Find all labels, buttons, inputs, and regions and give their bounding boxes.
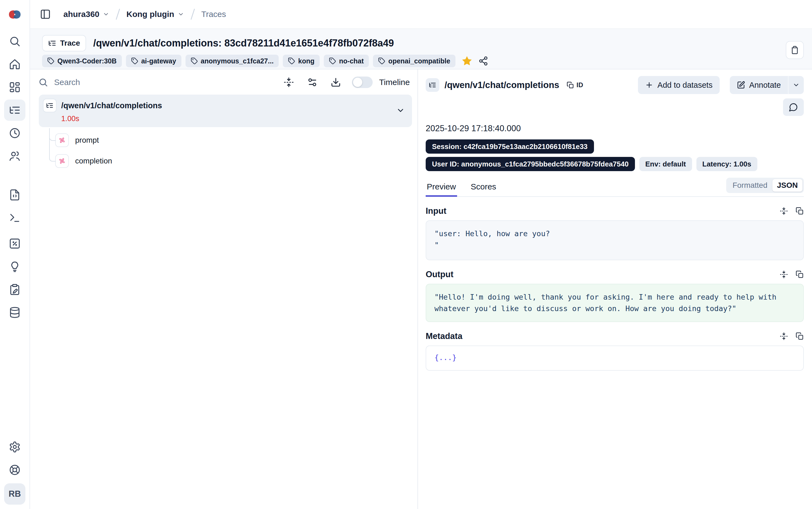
sidebar-item-dashboards[interactable] <box>4 76 26 98</box>
copy-section-button[interactable] <box>796 270 804 278</box>
generation-badge <box>55 154 69 168</box>
tree-node-label: prompt <box>75 136 99 145</box>
input-section-header: Input <box>426 206 804 216</box>
tag-chip[interactable]: no-chat <box>324 55 369 67</box>
tag-chip[interactable]: kong <box>283 55 320 67</box>
detail-header: /qwen/v1/chat/completions ID Add to data… <box>426 76 804 94</box>
tag-chip[interactable]: anonymous_c1fca27... <box>186 55 279 67</box>
pinwheel-icon <box>58 157 66 165</box>
copy-id-button[interactable]: ID <box>567 81 583 89</box>
sidebar-item-home[interactable] <box>4 54 26 75</box>
output-section-header: Output <box>426 270 804 279</box>
copy-icon <box>796 207 804 215</box>
sidebar-item-evaluators[interactable] <box>4 256 26 277</box>
fold-vertical-icon <box>780 270 788 278</box>
sidebar-item-playground[interactable] <box>4 207 26 229</box>
tags-row: Qwen3-Coder:30B ai-gateway anonymous_c1f… <box>42 55 801 67</box>
sidebar-item-sessions[interactable] <box>4 123 26 144</box>
comments-button[interactable] <box>783 98 804 116</box>
app-logo[interactable] <box>0 0 30 29</box>
toggle-knob <box>353 78 362 87</box>
trace-header: Trace /qwen/v1/chat/completions: 83cd782… <box>30 29 812 69</box>
pinwheel-icon <box>58 136 66 145</box>
sidebar: RB <box>0 0 30 509</box>
knot-logo-icon <box>6 6 23 23</box>
sidebar-item-tracing[interactable] <box>4 100 26 121</box>
square-pen-icon <box>737 81 745 89</box>
download-button[interactable] <box>331 77 341 88</box>
format-option-formatted[interactable]: Formatted <box>728 179 772 192</box>
top-bar: ahura360 Kong plugin Traces <box>30 0 812 29</box>
annotate-button[interactable]: Annotate <box>730 76 788 94</box>
bookmark-star-button[interactable] <box>461 55 473 67</box>
sidebar-item-users[interactable] <box>4 145 26 167</box>
sidebar-item-search[interactable] <box>4 31 26 52</box>
copy-section-button[interactable] <box>796 332 804 340</box>
search-icon <box>38 77 48 87</box>
collapse-section-button[interactable] <box>780 207 788 215</box>
list-tree-icon <box>46 102 53 109</box>
comment-bubble-icon <box>789 103 798 112</box>
trace-type-badge: Trace <box>42 35 86 52</box>
file-code-icon <box>9 189 21 201</box>
tag-label: Qwen3-Coder:30B <box>58 57 117 65</box>
sidebar-item-support[interactable] <box>4 459 26 481</box>
sidebar-nav: RB <box>0 29 30 509</box>
tree-node-prompt[interactable]: prompt <box>39 133 412 148</box>
sidebar-item-settings[interactable] <box>4 436 26 457</box>
terminal-icon <box>9 212 21 224</box>
session-badge[interactable]: Session: c42fca19b75e13aac2b2106610f81e3… <box>426 139 594 154</box>
tag-label: no-chat <box>339 57 364 65</box>
timeline-toggle[interactable] <box>352 76 373 88</box>
breadcrumb-project[interactable]: Kong plugin <box>126 9 184 19</box>
tab-preview[interactable]: Preview <box>426 182 457 197</box>
sliders-icon <box>307 77 318 88</box>
annotate-menu-button[interactable] <box>788 76 804 94</box>
share-button[interactable] <box>478 56 488 66</box>
tree-node-root[interactable]: /qwen/v1/chat/completions 1.00s <box>39 95 412 127</box>
tag-label: openai_compatible <box>388 57 450 65</box>
output-content: "Hello! I'm doing well, thank you for as… <box>426 284 804 322</box>
delete-trace-button[interactable] <box>786 41 804 59</box>
sidebar-item-datasets[interactable] <box>4 302 26 323</box>
lightbulb-icon <box>9 261 21 273</box>
breadcrumb-org[interactable]: ahura360 <box>63 9 109 19</box>
tree-node-completion[interactable]: completion <box>39 154 412 169</box>
collapse-section-button[interactable] <box>780 270 788 278</box>
tag-label: kong <box>298 57 315 65</box>
breadcrumb-project-label: Kong plugin <box>126 9 174 19</box>
sidebar-item-prompts[interactable] <box>4 184 26 206</box>
search-icon <box>9 35 21 47</box>
user-avatar[interactable]: RB <box>4 483 26 505</box>
tag-chip[interactable]: Qwen3-Coder:30B <box>42 55 122 67</box>
user-id-badge[interactable]: User ID: anonymous_c1fca2795bbedc5f36678… <box>426 157 635 171</box>
add-to-datasets-button[interactable]: Add to datasets <box>638 76 719 94</box>
collapse-all-button[interactable] <box>284 77 294 88</box>
metadata-content[interactable]: {...} <box>426 345 804 371</box>
collapse-section-button[interactable] <box>780 332 788 340</box>
panel-left-icon <box>40 9 51 20</box>
lifebuoy-icon <box>9 464 21 476</box>
metadata-section-header: Metadata <box>426 331 804 341</box>
breadcrumb: ahura360 Kong plugin Traces <box>63 8 226 20</box>
tab-scores[interactable]: Scores <box>470 182 497 196</box>
copy-section-button[interactable] <box>796 207 804 215</box>
tag-chip[interactable]: ai-gateway <box>126 55 181 67</box>
download-icon <box>331 77 341 88</box>
clipboard-pen-icon <box>9 283 21 296</box>
share-icon <box>478 56 488 66</box>
collapse-node-button[interactable] <box>396 106 405 115</box>
sidebar-item-annotation[interactable] <box>4 279 26 300</box>
chevron-down-icon <box>178 11 184 18</box>
breadcrumb-page-traces[interactable]: Traces <box>201 9 226 19</box>
tag-chip[interactable]: openai_compatible <box>373 55 455 67</box>
id-label: ID <box>577 81 583 89</box>
sidebar-item-scores[interactable] <box>4 233 26 254</box>
search-input[interactable]: Search <box>54 78 284 87</box>
star-icon <box>461 55 473 67</box>
input-content: "user: Hello, how are you?" <box>426 220 804 260</box>
format-option-json[interactable]: JSON <box>772 179 803 192</box>
sidebar-toggle-button[interactable] <box>37 6 53 23</box>
tag-label: ai-gateway <box>141 57 176 65</box>
view-settings-button[interactable] <box>307 77 318 88</box>
